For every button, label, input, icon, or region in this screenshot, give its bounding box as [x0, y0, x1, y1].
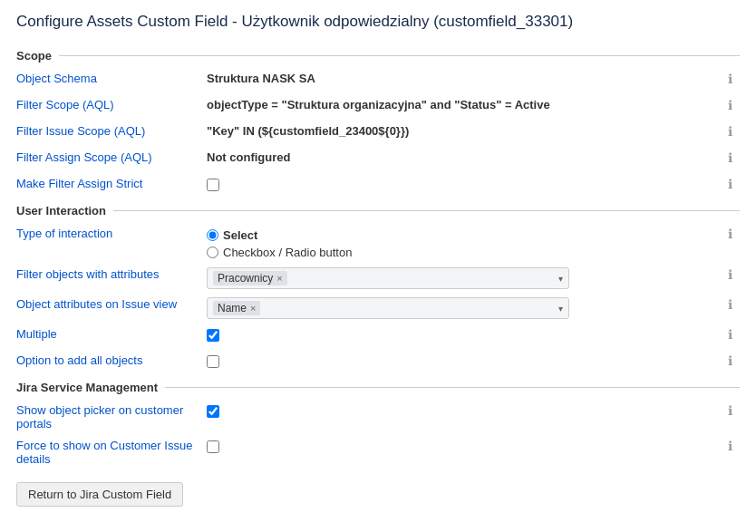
jira-service-management-section-header: Jira Service Management — [16, 381, 740, 394]
option-add-all-objects-info-icon[interactable]: ℹ — [720, 352, 740, 368]
filter-scope-value: objectType = "Struktura organizacyjna" a… — [207, 96, 720, 111]
user-interaction-section-header: User Interaction — [16, 204, 740, 218]
object-schema-info-icon[interactable]: ℹ — [720, 70, 740, 86]
radio-checkbox-input[interactable] — [207, 247, 218, 258]
make-filter-assign-strict-row: Make Filter Assign Strict ℹ — [16, 175, 740, 195]
radio-select-label: Select — [223, 228, 257, 242]
object-schema-value: Struktura NASK SA — [207, 70, 720, 85]
force-show-customer-issue-checkbox[interactable] — [207, 440, 219, 453]
object-attributes-value: Name × ▾ — [207, 295, 720, 319]
filter-assign-scope-label: Filter Assign Scope (AQL) — [16, 149, 207, 164]
scope-section-header: Scope — [16, 49, 740, 63]
radio-checkbox-option[interactable]: Checkbox / Radio button — [207, 246, 720, 259]
user-interaction-section-divider — [113, 210, 740, 211]
option-add-all-objects-checkbox[interactable] — [207, 355, 219, 368]
type-of-interaction-value: Select Checkbox / Radio button — [207, 225, 720, 259]
filter-objects-row: Filter objects with attributes Pracownic… — [16, 266, 740, 289]
object-attributes-row: Object attributes on Issue view Name × ▾… — [16, 295, 740, 319]
object-attributes-arrow-icon: ▾ — [558, 304, 563, 314]
filter-issue-scope-info-icon[interactable]: ℹ — [720, 122, 740, 139]
show-object-picker-checkbox-container — [207, 403, 720, 418]
option-add-all-objects-checkbox-container — [207, 353, 720, 368]
option-add-all-objects-row: Option to add all objects ℹ — [16, 352, 740, 372]
filter-objects-label: Filter objects with attributes — [16, 266, 207, 281]
return-to-jira-custom-field-button[interactable]: Return to Jira Custom Field — [16, 482, 183, 507]
make-filter-assign-strict-checkbox-container — [207, 177, 720, 191]
make-filter-assign-strict-label: Make Filter Assign Strict — [16, 175, 207, 190]
type-of-interaction-radio-group: Select Checkbox / Radio button — [207, 227, 720, 259]
show-object-picker-info-icon[interactable]: ℹ — [720, 401, 740, 418]
scope-section: Scope Object Schema Struktura NASK SA ℹ … — [16, 49, 740, 195]
filter-scope-info-icon[interactable]: ℹ — [720, 96, 740, 112]
object-attributes-dropdown[interactable]: Name × ▾ — [207, 297, 569, 319]
filter-objects-tag-label: Pracownicy — [218, 272, 273, 285]
make-filter-assign-strict-value — [207, 175, 720, 191]
make-filter-assign-strict-info-icon[interactable]: ℹ — [720, 175, 740, 191]
multiple-checkbox-container — [207, 327, 720, 342]
scope-section-divider — [59, 55, 740, 56]
filter-issue-scope-label: Filter Issue Scope (AQL) — [16, 122, 207, 138]
multiple-value — [207, 325, 720, 342]
force-show-customer-issue-checkbox-container — [207, 439, 720, 453]
filter-issue-scope-value: "Key" IN (${customfield_23400${0}}) — [207, 122, 720, 138]
object-schema-row: Object Schema Struktura NASK SA ℹ — [16, 70, 740, 90]
filter-assign-scope-info-icon[interactable]: ℹ — [720, 149, 740, 165]
radio-checkbox-label: Checkbox / Radio button — [223, 246, 352, 259]
force-show-customer-issue-info-icon[interactable]: ℹ — [720, 437, 740, 453]
filter-objects-arrow-icon: ▾ — [558, 274, 563, 284]
option-add-all-objects-label: Option to add all objects — [16, 352, 207, 367]
filter-scope-label: Filter Scope (AQL) — [16, 96, 207, 111]
make-filter-assign-strict-checkbox[interactable] — [207, 179, 219, 191]
object-schema-label: Object Schema — [16, 70, 207, 85]
multiple-info-icon[interactable]: ℹ — [720, 325, 740, 342]
multiple-label: Multiple — [16, 325, 207, 341]
force-show-customer-issue-label: Force to show on Customer Issue details — [16, 437, 207, 466]
jira-service-management-section-title: Jira Service Management — [16, 381, 158, 394]
filter-issue-scope-row: Filter Issue Scope (AQL) "Key" IN (${cus… — [16, 122, 740, 142]
user-interaction-section-title: User Interaction — [16, 204, 106, 218]
type-of-interaction-info-icon[interactable]: ℹ — [720, 225, 740, 241]
show-object-picker-label: Show object picker on customer portals — [16, 401, 207, 430]
jira-service-management-section: Jira Service Management Show object pick… — [16, 381, 740, 466]
object-attributes-tag-name: Name × — [213, 301, 260, 315]
object-attributes-tag-remove[interactable]: × — [250, 303, 256, 314]
scope-section-title: Scope — [16, 49, 52, 63]
filter-objects-value: Pracownicy × ▾ — [207, 266, 720, 289]
page-title: Configure Assets Custom Field - Użytkown… — [16, 13, 740, 36]
object-attributes-info-icon[interactable]: ℹ — [720, 295, 740, 312]
filter-objects-dropdown[interactable]: Pracownicy × ▾ — [207, 267, 569, 289]
user-interaction-section: User Interaction Type of interaction Sel… — [16, 204, 740, 372]
radio-select-option[interactable]: Select — [207, 228, 720, 242]
filter-scope-row: Filter Scope (AQL) objectType = "Struktu… — [16, 96, 740, 116]
force-show-customer-issue-value — [207, 437, 720, 453]
force-show-customer-issue-row: Force to show on Customer Issue details … — [16, 437, 740, 466]
object-attributes-label: Object attributes on Issue view — [16, 295, 207, 311]
show-object-picker-value — [207, 401, 720, 418]
radio-select-input[interactable] — [207, 229, 218, 241]
object-attributes-tag-label: Name — [218, 302, 247, 314]
option-add-all-objects-value — [207, 352, 720, 368]
show-object-picker-row: Show object picker on customer portals ℹ — [16, 401, 740, 430]
show-object-picker-checkbox[interactable] — [207, 405, 219, 418]
filter-objects-tag-pracownicy: Pracownicy × — [213, 271, 287, 285]
type-of-interaction-row: Type of interaction Select Checkbox / Ra… — [16, 225, 740, 259]
type-of-interaction-label: Type of interaction — [16, 225, 207, 240]
jira-service-management-section-divider — [165, 387, 740, 388]
filter-objects-info-icon[interactable]: ℹ — [720, 266, 740, 282]
multiple-row: Multiple ℹ — [16, 325, 740, 345]
filter-assign-scope-row: Filter Assign Scope (AQL) Not configured… — [16, 149, 740, 169]
filter-objects-tag-remove[interactable]: × — [276, 273, 282, 284]
filter-assign-scope-value: Not configured — [207, 149, 720, 164]
multiple-checkbox[interactable] — [207, 329, 219, 342]
